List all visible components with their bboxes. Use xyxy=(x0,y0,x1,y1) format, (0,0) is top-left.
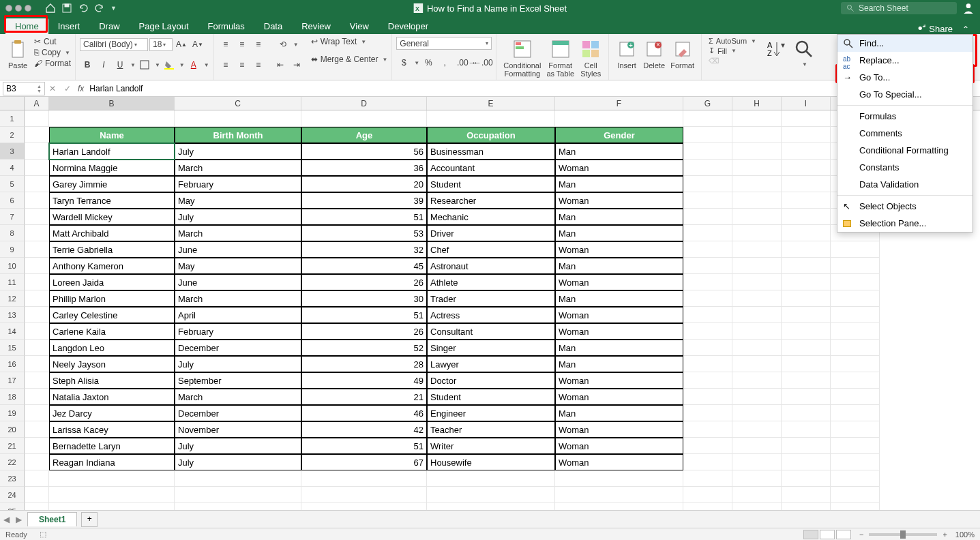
font-color-button[interactable]: A xyxy=(186,57,201,72)
row-header[interactable]: 13 xyxy=(0,307,25,323)
cell[interactable]: Teacher xyxy=(427,421,555,438)
menu-goto-special[interactable]: Go To Special... xyxy=(837,86,972,103)
col-header-g[interactable]: G xyxy=(683,97,732,110)
percent-icon[interactable]: % xyxy=(421,55,436,70)
cell[interactable]: Langdon Leo xyxy=(49,340,175,356)
cell[interactable]: Woman xyxy=(555,323,683,340)
cell[interactable] xyxy=(782,176,831,192)
cell[interactable] xyxy=(683,470,732,487)
cell[interactable]: 32 xyxy=(301,241,427,258)
delete-cells-button[interactable]: ×Delete xyxy=(640,37,668,71)
cell[interactable] xyxy=(732,307,782,323)
cell[interactable] xyxy=(732,438,782,454)
cell[interactable]: Student xyxy=(427,176,555,192)
menu-replace[interactable]: abac Replace... xyxy=(837,52,972,69)
cell[interactable] xyxy=(782,225,831,241)
cell[interactable] xyxy=(732,192,782,209)
cell[interactable] xyxy=(25,160,49,176)
col-header-d[interactable]: D xyxy=(301,97,427,110)
cell[interactable] xyxy=(831,421,880,438)
format-cells-button[interactable]: Format xyxy=(668,37,697,71)
sheet-nav-prev-icon[interactable]: ◀ xyxy=(0,515,12,524)
cell[interactable] xyxy=(49,110,175,127)
cell[interactable] xyxy=(555,487,683,503)
decrease-decimal-icon[interactable]: ←.00 xyxy=(475,55,490,70)
sheet-tab-sheet1[interactable]: Sheet1 xyxy=(27,512,77,526)
cell[interactable] xyxy=(683,160,732,176)
cell[interactable] xyxy=(831,241,880,258)
cell[interactable]: Birth Month xyxy=(175,127,301,143)
cell[interactable] xyxy=(25,110,49,127)
cell[interactable] xyxy=(732,160,782,176)
row-header[interactable]: 16 xyxy=(0,356,25,372)
format-painter-button[interactable]: 🖌Format xyxy=(34,59,71,68)
orientation-icon[interactable]: ⟲ xyxy=(276,37,291,52)
cell[interactable] xyxy=(683,290,732,307)
fx-icon[interactable]: fx xyxy=(78,84,84,93)
cell[interactable] xyxy=(427,110,555,127)
row-header[interactable]: 21 xyxy=(0,438,25,454)
cell[interactable] xyxy=(732,274,782,290)
cell[interactable] xyxy=(782,127,831,143)
undo-icon[interactable] xyxy=(78,3,89,14)
cell[interactable]: Jez Darcy xyxy=(49,405,175,421)
wrap-text-button[interactable]: ↩Wrap Text▼ xyxy=(311,37,388,46)
cell[interactable]: Matt Archibald xyxy=(49,225,175,241)
cut-button[interactable]: ✂Cut xyxy=(34,37,71,46)
zoom-out-icon[interactable]: − xyxy=(859,530,863,539)
cell[interactable] xyxy=(732,340,782,356)
cell[interactable]: Woman xyxy=(555,454,683,470)
row-header[interactable]: 19 xyxy=(0,405,25,421)
italic-button[interactable]: I xyxy=(96,57,111,72)
cell[interactable] xyxy=(732,110,782,127)
cell[interactable]: Reagan Indiana xyxy=(49,454,175,470)
cell[interactable]: Man xyxy=(555,176,683,192)
cell[interactable]: 51 xyxy=(301,307,427,323)
tab-developer[interactable]: Developer xyxy=(378,18,438,34)
fill-color-button[interactable] xyxy=(162,57,177,72)
cell[interactable]: 51 xyxy=(301,209,427,225)
cell[interactable]: March xyxy=(175,389,301,405)
cell[interactable]: Gender xyxy=(555,127,683,143)
cell[interactable]: December xyxy=(175,340,301,356)
save-icon[interactable] xyxy=(61,3,72,14)
row-header[interactable]: 4 xyxy=(0,160,25,176)
insert-cells-button[interactable]: +Insert xyxy=(613,37,640,71)
cell[interactable] xyxy=(683,110,732,127)
cell[interactable] xyxy=(555,470,683,487)
cell[interactable] xyxy=(683,241,732,258)
cell[interactable] xyxy=(782,274,831,290)
cell[interactable] xyxy=(831,258,880,274)
cell[interactable]: Accountant xyxy=(427,160,555,176)
cell[interactable]: Wardell Mickey xyxy=(49,209,175,225)
cell[interactable] xyxy=(732,454,782,470)
cell[interactable] xyxy=(831,356,880,372)
cell[interactable]: 49 xyxy=(301,372,427,389)
cell[interactable] xyxy=(25,127,49,143)
cell[interactable] xyxy=(25,356,49,372)
cell[interactable]: Woman xyxy=(555,421,683,438)
increase-decimal-icon[interactable]: .00→ xyxy=(459,55,474,70)
cell[interactable] xyxy=(683,421,732,438)
cell[interactable]: Lawyer xyxy=(427,356,555,372)
cell[interactable] xyxy=(683,340,732,356)
cell[interactable]: 52 xyxy=(301,340,427,356)
cell[interactable]: 56 xyxy=(301,143,427,160)
cell[interactable] xyxy=(831,340,880,356)
cell[interactable]: Man xyxy=(555,290,683,307)
cell[interactable] xyxy=(25,421,49,438)
cell[interactable] xyxy=(25,372,49,389)
cell[interactable]: Name xyxy=(49,127,175,143)
cell[interactable]: June xyxy=(175,241,301,258)
find-select-button[interactable]: ▼ xyxy=(790,37,818,69)
cell[interactable]: March xyxy=(175,160,301,176)
cell[interactable] xyxy=(782,110,831,127)
menu-comments[interactable]: Comments xyxy=(837,125,972,142)
add-sheet-button[interactable]: + xyxy=(81,512,98,527)
row-header[interactable]: 15 xyxy=(0,340,25,356)
cell[interactable] xyxy=(831,405,880,421)
cell[interactable]: Student xyxy=(427,389,555,405)
cell[interactable]: April xyxy=(175,307,301,323)
menu-select-objects[interactable]: ↖ Select Objects xyxy=(837,198,972,215)
cell[interactable]: Astronaut xyxy=(427,258,555,274)
